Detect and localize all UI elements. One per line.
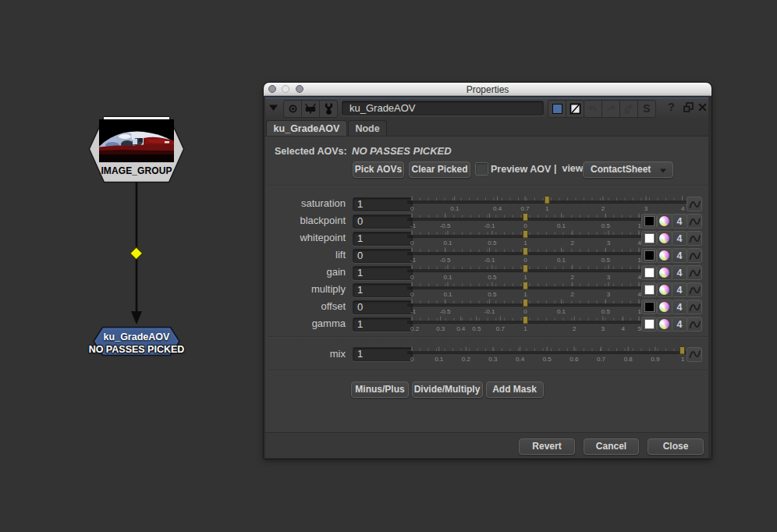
svg-text:0.4: 0.4 (456, 325, 466, 332)
svg-text:0.5: 0.5 (601, 222, 611, 229)
svg-text:-0.1: -0.1 (484, 222, 495, 229)
svg-text:0.3: 0.3 (488, 355, 498, 362)
svg-text:1: 1 (523, 274, 527, 281)
svg-text:-1: -1 (410, 257, 417, 264)
svg-text:0.4: 0.4 (493, 205, 502, 212)
svg-text:2: 2 (601, 205, 605, 212)
svg-text:-1: -1 (410, 222, 417, 229)
svg-text:0.1: 0.1 (450, 205, 459, 212)
svg-text:0.5: 0.5 (601, 257, 611, 264)
svg-text:0: 0 (410, 239, 414, 246)
svg-text:0.9: 0.9 (651, 355, 660, 362)
svg-text:-0.5: -0.5 (440, 257, 451, 264)
svg-text:0.4: 0.4 (516, 355, 525, 362)
svg-text:0.7: 0.7 (520, 205, 530, 212)
svg-text:0: 0 (523, 308, 527, 315)
svg-text:3: 3 (607, 239, 611, 246)
svg-text:-0.5: -0.5 (440, 308, 451, 315)
svg-text:0.5: 0.5 (601, 308, 611, 315)
svg-text:4: 4 (681, 205, 685, 212)
svg-text:1: 1 (545, 205, 549, 212)
svg-text:0.1: 0.1 (557, 257, 566, 264)
svg-text:2: 2 (571, 274, 575, 281)
svg-text:0: 0 (523, 222, 527, 229)
svg-text:0.1: 0.1 (557, 308, 566, 315)
svg-text:-1: -1 (410, 308, 417, 315)
svg-text:0: 0 (410, 205, 414, 212)
svg-text:0.1: 0.1 (443, 291, 452, 298)
svg-text:2: 2 (571, 291, 575, 298)
svg-text:0.5: 0.5 (488, 239, 497, 246)
svg-text:0.3: 0.3 (436, 325, 445, 332)
svg-text:-0.1: -0.1 (484, 257, 495, 264)
svg-text:0.5: 0.5 (488, 274, 497, 281)
svg-text:3: 3 (644, 205, 648, 212)
svg-text:2: 2 (571, 239, 575, 246)
svg-text:1: 1 (523, 325, 527, 332)
svg-text:0.7: 0.7 (597, 355, 606, 362)
svg-text:1: 1 (681, 355, 685, 362)
svg-text:-0.5: -0.5 (440, 222, 451, 229)
svg-text:2: 2 (573, 325, 577, 332)
svg-text:0.2: 0.2 (462, 355, 471, 362)
svg-text:0: 0 (410, 274, 414, 281)
svg-text:0.8: 0.8 (624, 355, 633, 362)
svg-text:1: 1 (523, 291, 527, 298)
svg-text:0.1: 0.1 (435, 355, 444, 362)
svg-text:0: 0 (410, 355, 414, 362)
svg-text:0.5: 0.5 (472, 325, 481, 332)
svg-text:0.5: 0.5 (488, 291, 497, 298)
svg-text:0.7: 0.7 (496, 325, 506, 332)
svg-text:-0.1: -0.1 (484, 308, 495, 315)
svg-text:3: 3 (607, 291, 611, 298)
svg-text:0: 0 (523, 257, 527, 264)
svg-text:0.2: 0.2 (410, 325, 420, 332)
svg-text:0.5: 0.5 (543, 355, 552, 362)
svg-text:3: 3 (601, 325, 605, 332)
svg-text:0.1: 0.1 (443, 239, 452, 246)
svg-text:0: 0 (410, 291, 414, 298)
svg-text:1: 1 (523, 239, 527, 246)
svg-text:0.1: 0.1 (443, 274, 452, 281)
svg-text:0.1: 0.1 (557, 222, 566, 229)
svg-text:0.6: 0.6 (569, 355, 579, 362)
svg-text:3: 3 (607, 274, 611, 281)
svg-text:4: 4 (622, 325, 626, 332)
